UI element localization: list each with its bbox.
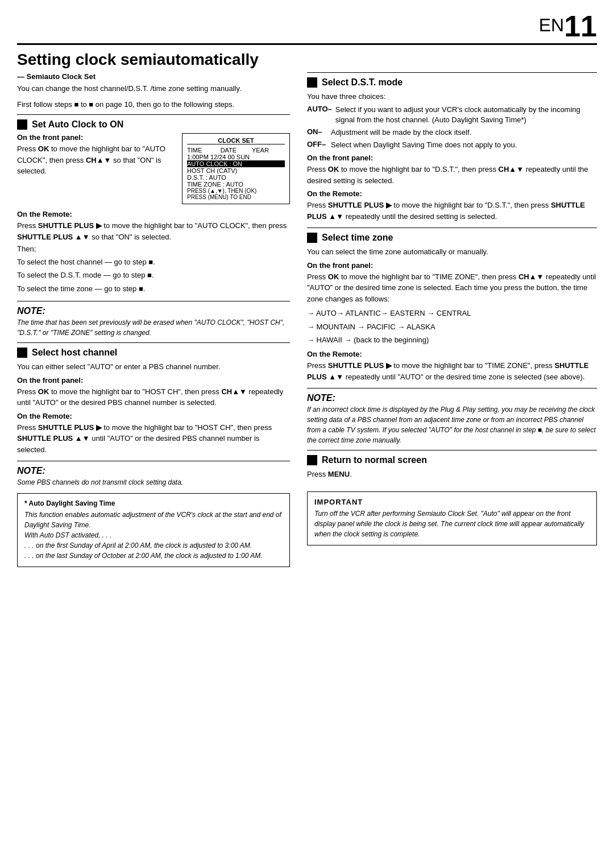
note1-title: NOTE: xyxy=(17,306,290,316)
section-bullet-2 xyxy=(17,348,27,358)
dst-options: AUTO– Select if you want to adjust your … xyxy=(307,105,597,151)
section-bullet-4 xyxy=(307,233,317,243)
host-remote-heading: On the Remote: xyxy=(17,412,290,420)
important-text: Turn off the VCR after performing Semiau… xyxy=(314,509,590,539)
dst-front-panel-text: Press OK to move the highlight bar to "D… xyxy=(307,164,597,186)
set-auto-clock-section: Set Auto Clock to ON CLOCK SET TIME DATE… xyxy=(17,114,290,295)
host-remote-text: Press SHUTTLE PLUS ▶ to move the highlig… xyxy=(17,422,290,456)
important-box: IMPORTANT Turn off the VCR after perform… xyxy=(307,491,597,545)
auto-daylight-text2: With Auto DST activated, . . . xyxy=(24,530,283,540)
tz-remote-text: Press SHUTTLE PLUS ▶ to move the highlig… xyxy=(307,360,597,382)
dst-auto-label: AUTO– xyxy=(307,105,332,125)
section-bullet-1 xyxy=(17,119,27,130)
tz-front-panel-heading: On the front panel: xyxy=(307,261,597,270)
tz-remote-heading: On the Remote: xyxy=(307,350,597,358)
time-zone-arrows: → AUTO→ ATLANTIC→ EASTERN → CENTRAL → MO… xyxy=(307,307,597,346)
select-time-zone-section: Select time zone You can select the time… xyxy=(307,228,597,382)
page-header: EN11 xyxy=(17,11,597,45)
auto-daylight-text3: . . . on the first Sunday of April at 2:… xyxy=(24,540,283,551)
intro-subtitle: — Semiauto Clock Set xyxy=(17,72,290,81)
host-front-panel-heading: On the front panel: xyxy=(17,376,290,385)
page-number: 11 xyxy=(564,10,597,43)
dst-off-label: OFF– xyxy=(307,140,327,150)
dst-on-text: Adjustment will be made by the clock its… xyxy=(331,127,471,138)
section-bullet-5 xyxy=(307,455,317,465)
dst-intro: You have three choices: xyxy=(307,91,597,102)
select-host-channel-title: Select host channel xyxy=(32,348,117,358)
note3-title: NOTE: xyxy=(307,393,597,403)
auto-daylight-box: * Auto Daylight Saving Time This functio… xyxy=(17,493,290,567)
section-bullet-3 xyxy=(307,77,317,88)
step-dst: To select the D.S.T. mode — go to step ■… xyxy=(17,268,290,282)
dst-front-panel-heading: On the front panel: xyxy=(307,154,597,162)
return-screen-title: Return to normal screen xyxy=(322,455,427,465)
note2-text: Some PBS channels do not transmit clock … xyxy=(17,477,290,487)
set-auto-clock-title: Set Auto Clock to ON xyxy=(32,119,123,130)
set-auto-remote-text1: Press SHUTTLE PLUS ▶ to move the highlig… xyxy=(17,220,290,242)
intro-para2: First follow steps ■ to ■ on page 10, th… xyxy=(17,99,290,110)
dst-remote-text: Press SHUTTLE PLUS ▶ to move the highlig… xyxy=(307,200,597,222)
auto-daylight-title: * Auto Daylight Saving Time xyxy=(24,499,283,507)
note1-text: The time that has been set previously wi… xyxy=(17,317,290,338)
select-dst-section: Select D.S.T. mode You have three choice… xyxy=(307,72,597,222)
en-label: EN xyxy=(539,16,564,34)
note3-block: NOTE: If an incorrect clock time is disp… xyxy=(307,388,597,445)
dst-off-text: Select when Daylight Saving Time does no… xyxy=(331,140,517,150)
select-time-zone-title: Select time zone xyxy=(322,233,393,243)
step-host: To select the host channel — go to step … xyxy=(17,255,290,268)
set-auto-remote-heading: On the Remote: xyxy=(17,210,290,218)
then-line: Then; xyxy=(17,245,290,253)
main-title: Setting clock semiautomatically xyxy=(17,51,597,69)
tz-arrows3: → HAWAII → (back to the beginning) xyxy=(307,333,597,346)
select-dst-title: Select D.S.T. mode xyxy=(322,77,403,88)
dst-remote-heading: On the Remote: xyxy=(307,189,597,198)
clock-set-display: CLOCK SET TIME DATE YEAR 1:00PM 12/24 00… xyxy=(182,133,290,204)
note1-block: NOTE: The time that has been set previou… xyxy=(17,301,290,338)
auto-daylight-text1: This function enables automatic adjustme… xyxy=(24,510,283,530)
note2-block: NOTE: Some PBS channels do not transmit … xyxy=(17,461,290,487)
auto-daylight-text4: . . . on the last Sunday of October at 2… xyxy=(24,551,283,561)
dst-on-label: ON– xyxy=(307,127,327,138)
tz-front-panel-text: Press OK to move the highlight bar to "T… xyxy=(307,271,597,305)
dst-auto-text: Select if you want to adjust your VCR's … xyxy=(335,105,597,125)
note2-title: NOTE: xyxy=(17,466,290,476)
tz-arrows1: → AUTO→ ATLANTIC→ EASTERN → CENTRAL xyxy=(307,307,597,320)
return-screen-section: Return to normal screen Press MENU. xyxy=(307,450,597,480)
step-tz: To select the time zone — go to step ■. xyxy=(17,282,290,295)
intro-para1: You can change the host channel/D.S.T. /… xyxy=(17,83,290,94)
host-channel-intro: You can either select "AUTO" or enter a … xyxy=(17,361,290,373)
important-title: IMPORTANT xyxy=(314,498,590,506)
select-host-channel-section: Select host channel You can either selec… xyxy=(17,342,290,455)
return-screen-text: Press MENU. xyxy=(307,469,597,480)
tz-arrows2: → MOUNTAIN → PACIFIC → ALASKA xyxy=(307,320,597,333)
host-front-panel-text: Press OK to move the highlight bar to "H… xyxy=(17,386,290,408)
note3-text: If an incorrect clock time is displayed … xyxy=(307,404,597,445)
tz-intro: You can select the time zone automatical… xyxy=(307,246,597,258)
